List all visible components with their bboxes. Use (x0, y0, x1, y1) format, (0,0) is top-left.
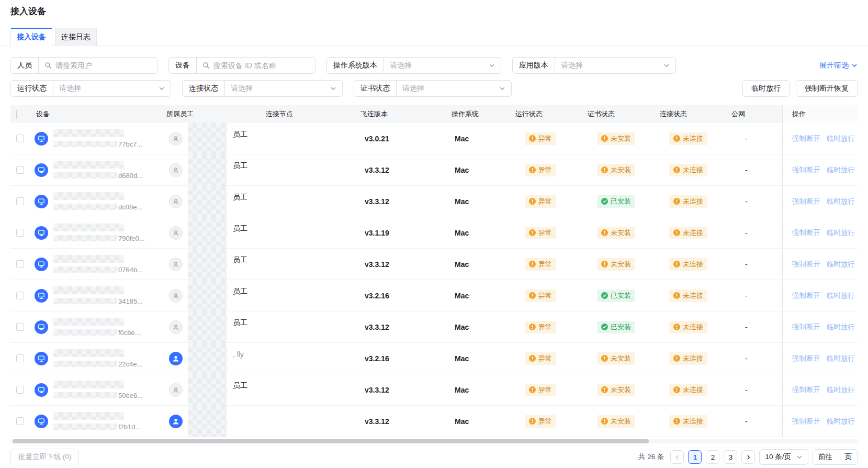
chevron-down-icon (796, 454, 803, 460)
force-disconnect-link[interactable]: 强制断开 (792, 260, 820, 269)
filter-panel: 人员 设备 操作系统版本 请选择 (0, 57, 868, 97)
row-checkbox[interactable] (16, 386, 24, 394)
redacted-device-name (53, 412, 124, 420)
tab-access-devices[interactable]: 接入设备 (10, 28, 52, 46)
temp-allow-link[interactable]: 临时放行 (827, 385, 855, 395)
table-row: d680d... 员工 v3.3.12 Mac 异 (10, 154, 858, 186)
next-page-button[interactable] (741, 450, 755, 464)
os-value: Mac (449, 343, 513, 374)
node-cell (264, 311, 358, 342)
redacted-owner-name (188, 249, 227, 280)
temp-allow-button[interactable]: 临时放行 (742, 80, 790, 97)
redacted-device-id (53, 266, 117, 273)
cert-status-badge: 已安装 (597, 289, 635, 302)
force-disconnect-link[interactable]: 强制断开 (792, 134, 820, 143)
public-net-value: - (729, 343, 782, 374)
feilian-version: v3.1.19 (358, 217, 449, 248)
temp-allow-link[interactable]: 临时放行 (827, 165, 855, 175)
temp-allow-link[interactable]: 临时放行 (827, 197, 855, 206)
select-all-checkbox[interactable] (16, 110, 17, 119)
run-status-text: 异常 (538, 291, 552, 300)
temp-allow-link[interactable]: 临时放行 (827, 134, 855, 143)
expand-filters-link[interactable]: 展开筛选 (819, 61, 858, 70)
cert-status-badge: 已安装 (597, 321, 635, 333)
batch-offline-button[interactable]: 批量立即下线 (0) (10, 449, 79, 465)
conn-status-text: 未连接 (683, 354, 703, 363)
tab-connection-logs[interactable]: 连接日志 (55, 28, 97, 46)
page-button-2[interactable]: 2 (706, 450, 719, 464)
page-button-3[interactable]: 3 (724, 450, 737, 464)
redacted-owner-name (188, 123, 227, 154)
search-user-input[interactable] (55, 61, 151, 70)
force-disconnect-link[interactable]: 强制断开 (792, 197, 820, 206)
goto-page-input[interactable] (832, 453, 845, 461)
os-value: Mac (449, 374, 513, 405)
col-actions: 操作 (782, 105, 858, 123)
force-disconnect-link[interactable]: 强制断开 (792, 385, 820, 395)
temp-allow-link[interactable]: 临时放行 (827, 322, 855, 332)
row-checkbox[interactable] (16, 197, 24, 205)
temp-allow-link[interactable]: 临时放行 (827, 291, 855, 300)
tab-label: 连接日志 (61, 32, 91, 42)
public-net-value: - (729, 217, 782, 248)
row-checkbox[interactable] (16, 292, 24, 299)
row-checkbox[interactable] (16, 354, 24, 362)
page-button-1[interactable]: 1 (688, 450, 702, 464)
owner-suffix: 员工 (233, 224, 247, 233)
os-value: Mac (449, 186, 513, 217)
conn-status-badge: 未连接 (669, 164, 707, 176)
col-owner: 所属员工 (164, 109, 264, 119)
search-device-input[interactable] (213, 61, 309, 70)
run-status-badge: 异常 (525, 195, 556, 208)
person-icon (169, 163, 183, 177)
redacted-owner-name (188, 374, 227, 406)
force-disconnect-link[interactable]: 强制断开 (792, 165, 820, 175)
cert-status-text: 未安装 (611, 354, 631, 363)
owner-suffix: 员工 (233, 318, 247, 328)
page-size-select[interactable]: 10 条/页 (759, 449, 808, 465)
app-version-select[interactable]: 请选择 (555, 58, 675, 73)
force-disconnect-link[interactable]: 强制断开 (792, 354, 820, 363)
row-checkbox[interactable] (16, 323, 24, 331)
horizontal-scrollbar-thumb[interactable] (13, 439, 649, 443)
row-checkbox[interactable] (16, 229, 24, 237)
prev-page-button[interactable] (670, 450, 684, 464)
owner-suffix: 员工 (233, 381, 247, 391)
force-disconnect-recover-button[interactable]: 强制断开恢复 (796, 80, 858, 97)
conn-status-badge: 未连接 (669, 132, 707, 145)
table-header: 设备 所属员工 连接节点 飞连版本 操作系统 运行状态 证书状态 连接状态 公网… (10, 105, 858, 123)
temp-allow-link[interactable]: 临时放行 (827, 354, 855, 363)
node-cell (264, 217, 358, 248)
temp-allow-link[interactable]: 临时放行 (827, 417, 855, 426)
force-disconnect-link[interactable]: 强制断开 (792, 417, 820, 426)
search-icon (202, 62, 210, 69)
conn-status-select[interactable]: 请选择 (225, 81, 342, 96)
tab-label: 接入设备 (17, 32, 46, 42)
force-disconnect-link[interactable]: 强制断开 (792, 291, 820, 300)
os-value: Mac (449, 154, 513, 185)
force-disconnect-link[interactable]: 强制断开 (792, 322, 820, 332)
monitor-icon (35, 320, 48, 334)
row-checkbox[interactable] (16, 260, 24, 268)
device-id-suffix: 50ee6... (118, 392, 143, 399)
force-disconnect-link[interactable]: 强制断开 (792, 228, 820, 238)
public-net-value: - (729, 406, 782, 437)
cert-status-select[interactable]: 请选择 (397, 81, 511, 96)
temp-allow-link[interactable]: 临时放行 (827, 228, 855, 238)
redacted-device-name (53, 129, 124, 137)
check-icon (601, 292, 608, 299)
warning-icon (673, 355, 680, 362)
node-cell (264, 374, 358, 405)
row-checkbox[interactable] (16, 417, 24, 425)
temp-allow-link[interactable]: 临时放行 (827, 260, 855, 269)
row-checkbox[interactable] (16, 135, 24, 142)
col-version: 飞连版本 (358, 109, 449, 119)
run-status-select[interactable]: 请选择 (53, 81, 171, 96)
os-version-select[interactable]: 请选择 (384, 58, 501, 73)
row-checkbox[interactable] (16, 166, 24, 174)
warning-icon (601, 355, 608, 362)
monitor-icon (35, 258, 48, 271)
person-icon (169, 320, 183, 334)
chevron-down-icon (330, 85, 336, 92)
os-value: Mac (449, 123, 513, 154)
